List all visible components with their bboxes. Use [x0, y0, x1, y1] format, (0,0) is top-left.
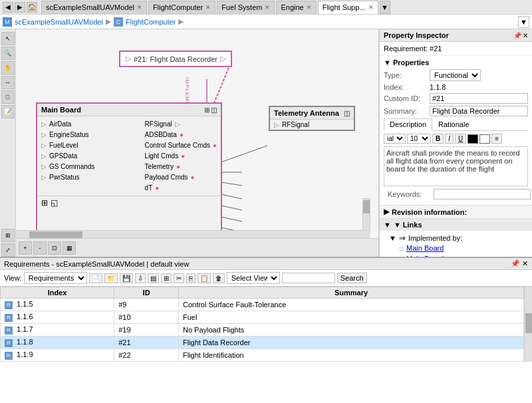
- req-delete-button[interactable]: 🗑: [213, 273, 225, 283]
- req-save-button[interactable]: 💾: [120, 273, 133, 283]
- req-toolbar: View: Requirements 📄 📁 💾 ⇩ ▤ ⊞ ✂ ⎘ 📋 🗑 S…: [0, 270, 532, 287]
- block-bottom-icon-2: ◱: [51, 198, 58, 207]
- cell-index: R 1.1.9: [1, 349, 114, 362]
- req-folder-button[interactable]: 📁: [104, 273, 118, 283]
- cell-index: R 1.1.6: [1, 311, 114, 324]
- align-button[interactable]: ≡: [491, 134, 502, 144]
- tab-close-icon[interactable]: ✕: [307, 4, 312, 11]
- req-search-input[interactable]: [282, 273, 335, 283]
- tab-back-button[interactable]: ◀: [3, 2, 13, 13]
- toolbar-zoom-button[interactable]: 🔍: [1, 47, 15, 60]
- req-main-content: Index ID Summary R 1.1.5 #9 Contro: [0, 287, 524, 362]
- breadcrumb-model[interactable]: scExampleSmallUAVModel: [15, 18, 103, 26]
- req-view-select[interactable]: Requirements: [24, 272, 87, 284]
- pi-links-content: ▼ ⇒ Implemented by: □ Main Board □ Main …: [380, 231, 532, 257]
- font-family-select[interactable]: ial: [384, 134, 406, 144]
- canvas-scrollbar-h[interactable]: [16, 230, 370, 238]
- pi-keywords-input[interactable]: [434, 189, 531, 200]
- pi-link-arrow-icon: ⇒: [399, 233, 406, 243]
- table-row[interactable]: R 1.1.6 #10 Fuel: [1, 311, 524, 324]
- bg-color-picker[interactable]: [479, 134, 490, 144]
- req-view-label: View:: [4, 274, 22, 282]
- tab-fuelsystem[interactable]: Fuel System ✕: [217, 1, 275, 14]
- cell-summary: Flight Data Recorder: [178, 336, 523, 349]
- port-gscommands: ▷ GS Commands: [37, 162, 98, 172]
- tab-flightcomputer[interactable]: FlightComputer ✕: [148, 1, 215, 14]
- telemetry-icon: ◫: [344, 110, 350, 117]
- req-pin-icon[interactable]: 📌: [511, 259, 520, 268]
- tab-rationale[interactable]: Rationale: [432, 118, 475, 130]
- canvas-zoom-out[interactable]: -: [33, 241, 47, 255]
- toolbar-pan-button[interactable]: ✋: [1, 61, 15, 74]
- pi-pin-icon[interactable]: 📌: [513, 32, 521, 39]
- underline-button[interactable]: U: [455, 134, 466, 144]
- toolbar-select-button[interactable]: ↖: [1, 32, 15, 45]
- tab-home-button[interactable]: 🏠: [27, 2, 37, 13]
- pi-link-mainboard-1[interactable]: Main Board: [406, 243, 444, 253]
- pi-summary-row: Summary:: [384, 106, 528, 116]
- table-row-selected[interactable]: R 1.1.8 #21 Flight Data Recorder: [1, 336, 524, 349]
- pi-revision-header[interactable]: ▶ Revision information:: [380, 205, 532, 218]
- text-color-picker[interactable]: [467, 134, 478, 144]
- tab-scexample[interactable]: scExampleSmallUAVModel ✕: [41, 1, 147, 14]
- pi-customid-input[interactable]: [430, 93, 528, 104]
- tab-description[interactable]: Description: [384, 118, 432, 131]
- canvas-fit-all[interactable]: ⊡: [48, 241, 61, 255]
- telemetry-title-bar: Telemetry Antenna ◫: [270, 107, 354, 120]
- req-copy-button[interactable]: ⎘: [186, 273, 196, 283]
- tab-close-icon[interactable]: ✕: [368, 4, 374, 11]
- toolbar-connect-button[interactable]: ↔: [1, 76, 15, 89]
- tab-flightsupp[interactable]: Flight Supp... ✕: [318, 1, 378, 14]
- flight-data-recorder-node[interactable]: ▷ #21: Flight Data Recorder ▷: [119, 51, 232, 67]
- pi-revision-section: ▶ Revision information:: [380, 205, 532, 218]
- req-scrollbar-v[interactable]: [524, 287, 532, 362]
- tab-close-icon[interactable]: ✕: [137, 4, 142, 11]
- table-row[interactable]: R 1.1.5 #9 Control Surface Fault-Toleran…: [1, 299, 524, 311]
- pi-link-mainboard-2[interactable]: Main Board: [406, 254, 444, 257]
- canvas-zoom-in[interactable]: +: [19, 241, 32, 255]
- req-selectview-dropdown[interactable]: Select View: [227, 272, 280, 284]
- req-filter-button[interactable]: ▤: [148, 273, 159, 283]
- req-paste-button[interactable]: 📋: [198, 273, 211, 283]
- toolbar-fit-button[interactable]: ⊞: [1, 229, 15, 242]
- pi-summary-input[interactable]: [430, 106, 528, 116]
- port-label: GPSData: [49, 152, 77, 160]
- font-size-select[interactable]: 10: [407, 134, 431, 144]
- pi-type-select[interactable]: Functional: [430, 69, 481, 81]
- tab-engine[interactable]: Engine ✕: [276, 1, 316, 14]
- row-icon: R: [5, 314, 13, 322]
- toolbar-expand-button[interactable]: ⤢: [1, 243, 15, 257]
- table-row[interactable]: R 1.1.7 #19 No Payload Flights: [1, 324, 524, 336]
- pi-links-header[interactable]: ▼ ▼ Links: [380, 219, 532, 231]
- tab-forward-button[interactable]: ▶: [15, 2, 25, 13]
- req-cut-button[interactable]: ✂: [174, 273, 184, 283]
- canvas-area[interactable]: ▷ #21: Flight Data Recorder ▷ IMPLEMENTS…: [16, 29, 379, 257]
- port-payloadcmds-out: Payload Cmds ●: [141, 172, 221, 182]
- bold-button[interactable]: B: [432, 134, 444, 144]
- req-close-icon[interactable]: ✕: [522, 259, 528, 268]
- tab-close-icon[interactable]: ✕: [205, 4, 211, 11]
- table-row[interactable]: R 1.1.9 #22 Flight Identification: [1, 349, 524, 362]
- pi-header: Property Inspector 📌 ✕: [380, 29, 532, 42]
- pi-description-text[interactable]: Aircraft shall provide the means to reco…: [384, 146, 528, 186]
- canvas-layout-icon[interactable]: ▦: [63, 241, 76, 255]
- telemetry-block[interactable]: Telemetry Antenna ◫ ▷ RFSignal: [269, 106, 355, 131]
- tab-close-icon[interactable]: ✕: [265, 4, 270, 11]
- tab-overflow-button[interactable]: ▼: [380, 1, 390, 14]
- req-layout-button[interactable]: ⊞: [161, 273, 172, 283]
- port-lightcmds-out: Light Cmds ●: [141, 151, 221, 161]
- port-label: Payload Cmds: [145, 174, 188, 181]
- italic-button[interactable]: I: [445, 134, 454, 144]
- breadcrumb-dropdown[interactable]: ▼: [518, 16, 529, 28]
- pi-close-icon[interactable]: ✕: [523, 32, 528, 39]
- toolbar-note-button[interactable]: 📝: [1, 105, 15, 118]
- req-new-button[interactable]: 📄: [89, 273, 102, 283]
- req-import-button[interactable]: ⇩: [135, 273, 146, 283]
- cell-index: R 1.1.5: [1, 299, 114, 311]
- port-pwrstatus: ▷ PwrStatus: [37, 172, 98, 182]
- svg-line-5: [221, 205, 242, 210]
- toolbar-block-button[interactable]: □: [1, 90, 15, 104]
- pi-link-tree: □ Main Board □ Main Board: [384, 243, 528, 257]
- req-search-button[interactable]: Search: [337, 273, 367, 283]
- breadcrumb-component[interactable]: FlightComputer: [126, 18, 176, 26]
